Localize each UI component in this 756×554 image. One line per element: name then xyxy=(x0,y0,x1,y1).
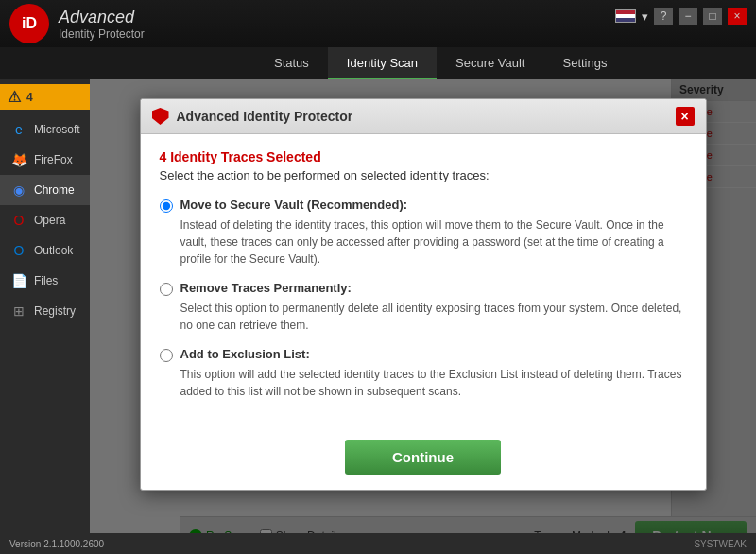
app-logo: iD xyxy=(9,4,49,43)
modal-description: Select the action to be performed on sel… xyxy=(160,168,687,182)
tab-settings[interactable]: Settings xyxy=(543,47,626,79)
option-row-vault: Move to Secure Vault (Recommended): xyxy=(160,198,687,213)
title-bar: iD Advanced Identity Protector ▾ ? − □ × xyxy=(0,0,756,47)
sidebar-item-firefox[interactable]: 🦊 FireFox xyxy=(0,145,90,175)
warning-count: 4 xyxy=(26,91,33,104)
option-label-vault: Move to Secure Vault (Recommended): xyxy=(180,198,408,212)
microsoft-icon: e xyxy=(9,120,28,139)
radio-remove-permanently[interactable] xyxy=(160,283,173,296)
radio-add-to-exclusion[interactable] xyxy=(160,349,173,362)
status-bar: Version 2.1.1000.2600 SYSTWEAK xyxy=(0,533,756,554)
option-move-to-vault: Move to Secure Vault (Recommended): Inst… xyxy=(160,198,687,268)
sidebar-label-registry: Registry xyxy=(34,304,76,318)
maximize-button[interactable]: □ xyxy=(703,8,722,25)
app-title-line1: Advanced xyxy=(59,8,145,27)
modal-dialog: Advanced Identity Protector × 4 Identity… xyxy=(140,98,707,491)
continue-button[interactable]: Continue xyxy=(345,440,501,475)
sidebar-item-microsoft[interactable]: e Microsoft xyxy=(0,114,90,145)
sidebar-item-registry[interactable]: ⊞ Registry xyxy=(0,296,90,326)
option-desc-exclusion: This option will add the selected identi… xyxy=(180,366,687,400)
nav-tabs: Status Identity Scan Secure Vault Settin… xyxy=(0,47,756,79)
modal-header: Advanced Identity Protector × xyxy=(141,99,706,134)
warning-icon: ⚠ xyxy=(8,88,21,106)
modal-footer: Continue xyxy=(141,428,706,490)
close-button[interactable]: × xyxy=(728,8,747,25)
sidebar-label-chrome: Chrome xyxy=(34,183,75,197)
sidebar-item-files[interactable]: 📄 Files xyxy=(0,266,90,296)
title-bar-controls: ▾ ? − □ × xyxy=(615,8,747,25)
sidebar-label-firefox: FireFox xyxy=(34,153,73,166)
option-desc-remove: Select this option to permanently delete… xyxy=(180,300,687,334)
sidebar-label-files: Files xyxy=(34,274,58,287)
modal-subtitle: 4 Identity Traces Selected xyxy=(160,149,687,164)
option-row-exclusion: Add to Exclusion List: xyxy=(160,347,687,362)
option-add-to-exclusion: Add to Exclusion List: This option will … xyxy=(160,347,687,400)
option-label-remove: Remove Traces Permanently: xyxy=(180,281,352,295)
tab-identity-scan[interactable]: Identity Scan xyxy=(328,47,437,79)
option-row-remove: Remove Traces Permanently: xyxy=(160,281,687,296)
sidebar-item-outlook[interactable]: O Outlook xyxy=(0,235,90,266)
warning-bar: ⚠ 4 xyxy=(0,84,90,110)
dropdown-icon[interactable]: ▾ xyxy=(642,9,648,24)
modal-body: 4 Identity Traces Selected Select the ac… xyxy=(141,134,706,428)
modal-title: Advanced Identity Protector xyxy=(177,109,676,124)
app-title-line2: Identity Protector xyxy=(59,27,145,41)
registry-icon: ⊞ xyxy=(9,302,28,320)
content-area: Severity Unsafe Unsafe Unsafe Unsafe Re-… xyxy=(90,79,756,554)
radio-move-to-vault[interactable] xyxy=(160,199,173,213)
firefox-icon: 🦊 xyxy=(9,150,28,169)
option-remove-permanently: Remove Traces Permanently: Select this o… xyxy=(160,281,687,334)
opera-icon: O xyxy=(9,211,28,230)
minimize-button[interactable]: − xyxy=(679,8,697,25)
sidebar-label-outlook: Outlook xyxy=(34,244,73,257)
help-button[interactable]: ? xyxy=(654,8,673,25)
tab-secure-vault[interactable]: Secure Vault xyxy=(437,47,543,79)
version-label: Version 2.1.1000.2600 xyxy=(9,539,104,549)
sidebar-item-chrome[interactable]: ◉ Chrome xyxy=(0,175,90,205)
tab-status[interactable]: Status xyxy=(255,47,328,79)
systweak-logo: SYSTWEAK xyxy=(694,539,747,549)
outlook-icon: O xyxy=(9,241,28,260)
flag-icon xyxy=(615,9,636,23)
sidebar-label-opera: Opera xyxy=(34,214,65,227)
chrome-icon: ◉ xyxy=(9,181,28,199)
sidebar: ⚠ 4 e Microsoft 🦊 FireFox ◉ Chrome O Ope… xyxy=(0,79,90,554)
modal-shield-icon xyxy=(152,108,169,125)
sidebar-label-microsoft: Microsoft xyxy=(34,123,80,136)
option-label-exclusion: Add to Exclusion List: xyxy=(180,347,310,361)
option-desc-vault: Instead of deleting the identity traces,… xyxy=(180,216,687,268)
main-area: ⚠ 4 e Microsoft 🦊 FireFox ◉ Chrome O Ope… xyxy=(0,79,756,554)
modal-overlay: Advanced Identity Protector × 4 Identity… xyxy=(90,79,756,533)
app-title: Advanced Identity Protector xyxy=(59,8,145,41)
files-icon: 📄 xyxy=(9,271,28,290)
modal-close-button[interactable]: × xyxy=(676,107,695,126)
sidebar-item-opera[interactable]: O Opera xyxy=(0,205,90,235)
